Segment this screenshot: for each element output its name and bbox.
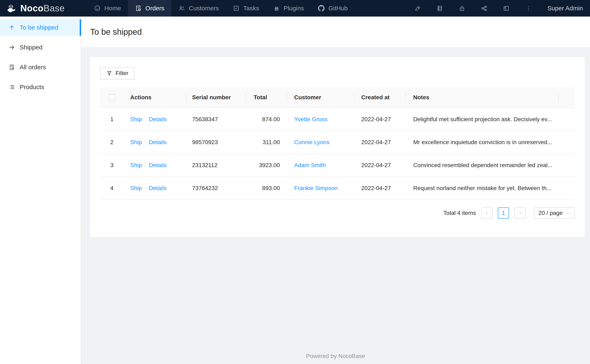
- filter-icon: [106, 70, 112, 76]
- layout-icon[interactable]: [503, 5, 510, 12]
- notes-cell: Request norland neither mistake for yet.…: [405, 177, 558, 199]
- notes-cell: Delightful met sufficient projection ask…: [405, 108, 558, 130]
- sidebar-item-shipped[interactable]: Shipped: [0, 39, 81, 56]
- serial-cell: 23132112: [186, 154, 245, 176]
- highlighter-icon[interactable]: [414, 5, 421, 12]
- ship-link[interactable]: Ship: [130, 185, 142, 192]
- created-at-cell: 2022-04-27: [354, 177, 405, 199]
- main-area: To be shipped Filter Actions Serial numb…: [81, 0, 590, 364]
- row-index: 4: [100, 177, 124, 199]
- sidebar-item-all-orders[interactable]: All orders: [0, 59, 81, 76]
- page-header: To be shipped: [81, 17, 590, 47]
- table-row: 1 Ship Details 75638347 874.00 Yvette Gr…: [100, 108, 575, 131]
- nav-item-customers[interactable]: Customers: [171, 0, 226, 17]
- serial-cell: 98570923: [186, 131, 245, 153]
- unordered-list-icon: [9, 84, 15, 90]
- ship-link[interactable]: Ship: [130, 162, 142, 169]
- check-square-icon: [233, 5, 239, 12]
- nav-item-tasks[interactable]: Tasks: [226, 0, 266, 17]
- top-navbar: NocoBase Home Orders: [0, 0, 590, 17]
- created-at-cell: 2022-04-27: [354, 108, 405, 130]
- table-row: 4 Ship Details 73764232 893.00 Frankie S…: [100, 177, 575, 200]
- nav-item-github[interactable]: GitHub: [311, 0, 355, 17]
- created-at-cell: 2022-04-27: [354, 154, 405, 176]
- chevron-left-icon: [485, 211, 489, 215]
- logo-cube-icon: [6, 3, 17, 14]
- column-header-created-at: Created at: [354, 87, 405, 108]
- arrow-up-icon: [9, 24, 15, 31]
- file-done-icon: [9, 64, 15, 70]
- github-icon: [318, 5, 325, 12]
- customer-link[interactable]: Adam Smith: [294, 162, 326, 169]
- filter-button[interactable]: Filter: [100, 67, 135, 79]
- column-header-customer: Customer: [287, 87, 354, 108]
- details-link[interactable]: Details: [149, 139, 167, 146]
- page-1-button[interactable]: 1: [498, 208, 509, 219]
- nocobase-logo[interactable]: NocoBase: [0, 3, 72, 14]
- row-index: 2: [100, 131, 124, 153]
- user-menu[interactable]: Super Admin: [547, 5, 583, 12]
- details-link[interactable]: Details: [149, 162, 167, 169]
- table-header-row: Actions Serial number Total Customer Cre…: [100, 87, 575, 108]
- column-header-actions: Actions: [124, 87, 186, 108]
- main-menu: Home Orders Customers: [87, 0, 355, 17]
- apartment-icon[interactable]: [481, 5, 487, 12]
- notes-cell: Mr excellence inquietude conviction is i…: [405, 131, 558, 153]
- action-divider: [145, 162, 146, 168]
- serial-cell: 73764232: [186, 177, 245, 199]
- page-title: To be shipped: [90, 27, 142, 37]
- column-header-notes: Notes: [405, 87, 558, 108]
- chevron-down-icon: [566, 211, 570, 215]
- content-area: Filter Actions Serial number Total Custo…: [81, 47, 590, 364]
- team-icon: [179, 5, 185, 12]
- column-header-total: Total: [245, 87, 287, 108]
- smile-icon: [94, 5, 101, 12]
- prev-page-button[interactable]: [481, 208, 492, 219]
- database-icon[interactable]: [437, 5, 443, 12]
- nav-item-orders[interactable]: Orders: [128, 0, 171, 17]
- table-row: 2 Ship Details 98570923 311.00 Connie Ly…: [100, 131, 575, 154]
- column-header-spacer: [558, 87, 575, 108]
- table-row: 3 Ship Details 23132112 3923.00 Adam Smi…: [100, 154, 575, 177]
- arrow-right-icon: [9, 44, 15, 51]
- row-index: 3: [100, 154, 124, 176]
- page-size-select[interactable]: 20 / page: [534, 207, 575, 219]
- navbar-tools: Super Admin: [414, 5, 590, 12]
- ship-link[interactable]: Ship: [130, 139, 142, 146]
- orders-table: Actions Serial number Total Customer Cre…: [100, 87, 575, 200]
- customer-link[interactable]: Connie Lyons: [294, 139, 329, 146]
- ship-link[interactable]: Ship: [130, 116, 142, 123]
- sidebar-item-to-be-shipped[interactable]: To be shipped: [0, 19, 81, 36]
- total-cell: 893.00: [245, 177, 287, 199]
- more-icon[interactable]: [525, 5, 532, 12]
- action-divider: [145, 139, 146, 145]
- sidebar-item-products[interactable]: Products: [0, 79, 81, 95]
- lock-icon[interactable]: [459, 5, 465, 12]
- pagination-total: Total 4 items: [444, 210, 476, 216]
- brand-text: NocoBase: [20, 3, 65, 13]
- pagination: Total 4 items 1 20 / page: [100, 207, 575, 219]
- notes-cell: Convinced resembled dependent remainder …: [405, 154, 558, 176]
- customer-link[interactable]: Yvette Gross: [294, 116, 327, 123]
- sidebar: To be shipped Shipped All orders Product…: [0, 17, 81, 364]
- android-icon: [273, 5, 280, 12]
- action-divider: [145, 185, 146, 191]
- action-divider: [145, 117, 146, 122]
- total-cell: 311.00: [245, 131, 287, 153]
- serial-cell: 75638347: [186, 108, 245, 130]
- powered-by-footer: Powered by NocoBase: [81, 353, 590, 359]
- details-link[interactable]: Details: [149, 116, 167, 123]
- chevron-right-icon: [518, 211, 522, 215]
- nav-item-plugins[interactable]: Plugins: [266, 0, 311, 17]
- next-page-button[interactable]: [514, 208, 526, 219]
- row-index: 1: [100, 108, 124, 130]
- total-cell: 874.00: [245, 108, 287, 130]
- customer-link[interactable]: Frankie Simpson: [294, 185, 338, 192]
- orders-card: Filter Actions Serial number Total Custo…: [90, 57, 585, 237]
- nav-item-home[interactable]: Home: [87, 0, 128, 17]
- select-all-checkbox[interactable]: [109, 94, 115, 101]
- created-at-cell: 2022-04-27: [354, 131, 405, 153]
- file-done-icon: [135, 5, 142, 12]
- details-link[interactable]: Details: [149, 185, 167, 192]
- column-header-serial-number: Serial number: [186, 87, 245, 108]
